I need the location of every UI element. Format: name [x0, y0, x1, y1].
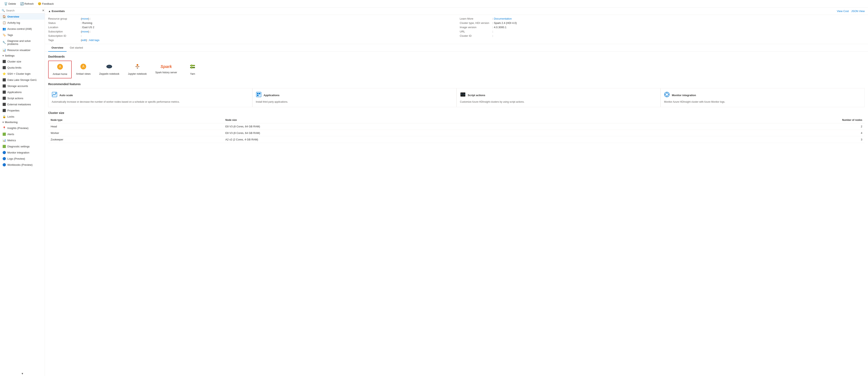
dashboard-item-zeppelin[interactable]: Zeppelin notebook — [95, 61, 124, 79]
num-nodes-cell: 3 — [616, 136, 865, 143]
sidebar-item-diagnostic-settings[interactable]: 🟩 Diagnostic settings — [0, 143, 45, 149]
recommended-card-applications[interactable]: Applications Install third party applica… — [252, 88, 457, 107]
essentials-grid: Resource group (move) : Status : Running… — [45, 15, 868, 44]
sidebar-item-label: Diagnose and solve problems — [7, 39, 42, 45]
sidebar-item-locks[interactable]: 🔒 Locks — [0, 114, 45, 120]
sidebar-item-logs-preview[interactable]: 🔵 Logs (Preview) — [0, 156, 45, 162]
node-type-cell: Head — [48, 123, 223, 130]
search-input[interactable] — [6, 9, 40, 12]
delete-button[interactable]: 🗑️ Delete — [2, 1, 18, 6]
sidebar-item-properties[interactable]: ⬛ Properties — [0, 107, 45, 114]
sidebar-item-data-lake[interactable]: ⬛ Data Lake Storage Gen1 — [0, 77, 45, 83]
sidebar-item-insights[interactable]: 📍 Insights (Preview) — [0, 125, 45, 131]
resource-group-move-link[interactable]: move — [82, 17, 88, 20]
applications-rec-icon — [256, 92, 261, 99]
svg-point-6 — [136, 64, 138, 66]
quota-limits-icon: ⬛ — [2, 66, 6, 69]
cluster-id-value: : — [493, 34, 493, 37]
essentials-toggle-button[interactable]: ▲ Essentials — [48, 9, 65, 13]
properties-icon: ⬛ — [2, 109, 6, 112]
subscription-value: (move) : — [81, 30, 91, 33]
sidebar-item-diagnose[interactable]: 🔧 Diagnose and solve problems — [0, 38, 45, 47]
table-row: Worker E8 V3 (8 Cores, 64 GB RAM) 4 — [48, 130, 865, 136]
logs-icon: 🔵 — [2, 157, 6, 160]
resource-group-value: (move) : — [81, 17, 91, 20]
cluster-size-title: Cluster size — [48, 111, 865, 115]
sidebar-item-workbooks-preview[interactable]: 🔵 Workbooks (Preview) — [0, 162, 45, 168]
essentials-url-row: URL : — [460, 29, 865, 34]
sidebar-item-tags[interactable]: 🏷️ Tags — [0, 32, 45, 38]
subscription-move-link[interactable]: move — [82, 30, 88, 33]
locks-icon: 🔒 — [2, 115, 6, 118]
refresh-button[interactable]: 🔄 Refresh — [19, 1, 35, 6]
sidebar-item-cluster-size[interactable]: ⬛ Cluster size — [0, 58, 45, 64]
learn-more-label: Learn More — [460, 17, 493, 20]
applications-rec-desc: Install third party applications. — [256, 100, 453, 104]
ambari-views-icon: A — [80, 63, 87, 71]
recommended-card-monitor-integration[interactable]: Monitor integration Monitor Azure HDInsi… — [660, 88, 865, 107]
sidebar-item-access-control[interactable]: 👥 Access control (IAM) — [0, 26, 45, 32]
dashboard-item-yarn[interactable]: Yarn — [181, 61, 204, 79]
sidebar-item-label: Workbooks (Preview) — [7, 163, 32, 166]
auto-scale-icon — [52, 92, 57, 99]
monitoring-section-header[interactable]: ▾ Monitoring — [0, 120, 45, 125]
sidebar-item-alerts[interactable]: 🟩 Alerts — [0, 131, 45, 137]
sidebar-scroll-down: ▼ — [0, 371, 45, 376]
node-type-cell: Zookeeper — [48, 136, 223, 143]
url-value: : — [493, 30, 493, 33]
settings-section-header[interactable]: ▾ Settings — [0, 53, 45, 58]
sidebar-item-overview[interactable]: 🏠 Overview — [0, 13, 45, 20]
essentials-tags-row: Tags (edit) : Add tags — [48, 38, 453, 42]
metrics-icon: 📊 — [2, 138, 6, 142]
svg-rect-16 — [259, 95, 260, 96]
script-actions-header: C:\> _ Script actions — [460, 92, 657, 99]
recommended-card-auto-scale[interactable]: Auto scale Automatically increase or dec… — [48, 88, 252, 107]
dashboard-item-jupyter[interactable]: Jupyter notebook — [124, 61, 151, 79]
sidebar-item-ssh-login[interactable]: ⭐ SSH + Cluster login — [0, 71, 45, 77]
sidebar-item-storage-accounts[interactable]: ⬛ Storage accounts — [0, 83, 45, 89]
sidebar-item-resource-visualizer[interactable]: 📊 Resource visualizer — [0, 47, 45, 53]
recommended-card-script-actions[interactable]: C:\> _ Script actions Customize Azure HD… — [457, 88, 661, 107]
refresh-icon: 🔄 — [20, 2, 24, 5]
sidebar-item-label: Applications — [7, 91, 22, 94]
monitoring-expand-icon: ▾ — [2, 121, 4, 124]
tags-edit-link[interactable]: edit — [82, 39, 86, 42]
sidebar: 🔍 ✕ ◀ 🏠 Overview 📋 Activity log 👥 Access… — [0, 7, 45, 376]
add-tags-link[interactable]: Add tags — [89, 39, 99, 42]
dashboard-item-spark-history[interactable]: Spark Spark history server — [151, 61, 182, 79]
sidebar-item-label: Insights (Preview) — [7, 127, 28, 130]
applications-icon: ⬛ — [2, 90, 6, 94]
scroll-down-button[interactable]: ▼ — [21, 372, 24, 375]
tab-overview[interactable]: Overview — [48, 44, 67, 52]
sidebar-item-monitor-integration[interactable]: 🔵 Monitor integration — [0, 149, 45, 156]
node-size-cell: E8 V3 (8 Cores, 64 GB RAM) — [223, 123, 616, 130]
search-close-button[interactable]: ✕ — [42, 9, 45, 12]
json-view-link[interactable]: JSON View — [851, 9, 865, 13]
tab-get-started[interactable]: Get started — [67, 44, 86, 52]
sidebar-item-metrics[interactable]: 📊 Metrics — [0, 137, 45, 143]
yarn-label: Yarn — [190, 72, 195, 75]
spark-history-icon: Spark — [160, 63, 172, 70]
sidebar-item-script-actions[interactable]: ⬛ Script actions — [0, 95, 45, 101]
sidebar-item-label: Monitor integration — [7, 151, 29, 154]
sidebar-item-label: Cluster size — [7, 60, 21, 63]
dashboard-item-ambari-views[interactable]: A Ambari views — [72, 61, 95, 79]
feedback-button[interactable]: 😊 Feedback — [36, 1, 55, 6]
tags-label: Tags — [48, 39, 81, 42]
cluster-id-label: Cluster ID — [460, 34, 493, 37]
dashboard-item-ambari-home[interactable]: A Ambari home — [48, 61, 72, 79]
sidebar-item-label: Logs (Preview) — [7, 157, 25, 160]
sidebar-item-applications[interactable]: ⬛ Applications — [0, 89, 45, 95]
svg-rect-15 — [257, 95, 258, 96]
documentation-link[interactable]: Documentation — [494, 17, 512, 20]
sidebar-item-quota-limits[interactable]: ⬛ Quota limits — [0, 64, 45, 71]
view-cost-link[interactable]: View Cost — [837, 9, 848, 13]
sidebar-item-label: Quota limits — [7, 66, 22, 69]
jupyter-icon — [134, 63, 141, 71]
essentials-col-right: Learn More : Documentation Cluster type,… — [457, 15, 868, 44]
subscription-id-label: Subscription ID — [48, 34, 81, 37]
cluster-size-icon: ⬛ — [2, 60, 6, 63]
sidebar-item-activity-log[interactable]: 📋 Activity log — [0, 20, 45, 26]
sidebar-item-external-metastores[interactable]: ⬛ External metastores — [0, 101, 45, 107]
location-label: Location — [48, 26, 81, 29]
